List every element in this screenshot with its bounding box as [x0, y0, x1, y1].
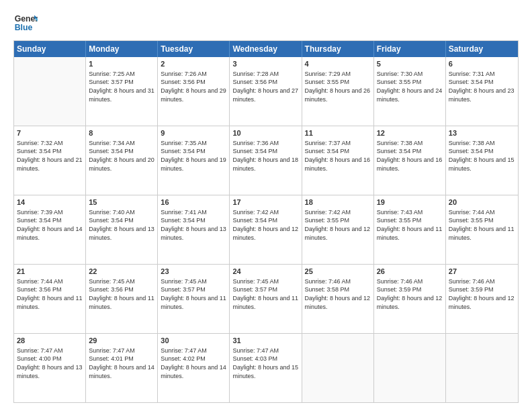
- day-number: 25: [305, 267, 371, 277]
- sunrise-info: Sunrise: 7:34 AMSunset: 3:54 PMDaylight:…: [89, 140, 154, 172]
- sunrise-info: Sunrise: 7:47 AMSunset: 4:01 PMDaylight:…: [89, 347, 154, 379]
- calendar-cell: 31Sunrise: 7:47 AMSunset: 4:03 PMDayligh…: [230, 334, 302, 402]
- calendar-cell: 27Sunrise: 7:46 AMSunset: 3:59 PMDayligh…: [446, 265, 518, 333]
- sunrise-info: Sunrise: 7:41 AMSunset: 3:54 PMDaylight:…: [161, 209, 226, 241]
- day-number: 22: [89, 267, 154, 277]
- day-number: 12: [377, 128, 443, 138]
- sunrise-info: Sunrise: 7:47 AMSunset: 4:00 PMDaylight:…: [17, 347, 83, 379]
- sunrise-info: Sunrise: 7:42 AMSunset: 3:54 PMDaylight:…: [232, 209, 298, 241]
- day-number: 20: [449, 197, 515, 208]
- calendar-cell: 20Sunrise: 7:44 AMSunset: 3:55 PMDayligh…: [446, 195, 518, 264]
- calendar-cell: 14Sunrise: 7:39 AMSunset: 3:54 PMDayligh…: [14, 195, 86, 264]
- sunrise-info: Sunrise: 7:45 AMSunset: 3:56 PMDaylight:…: [89, 278, 154, 310]
- day-number: 7: [17, 128, 83, 138]
- day-number: 10: [232, 128, 298, 138]
- sunrise-info: Sunrise: 7:44 AMSunset: 3:56 PMDaylight:…: [17, 278, 83, 310]
- header-day-friday: Friday: [374, 41, 446, 57]
- day-number: 14: [17, 197, 83, 208]
- sunrise-info: Sunrise: 7:31 AMSunset: 3:54 PMDaylight:…: [449, 71, 515, 103]
- calendar-cell: 28Sunrise: 7:47 AMSunset: 4:00 PMDayligh…: [14, 334, 86, 402]
- calendar-cell: 3Sunrise: 7:28 AMSunset: 3:56 PMDaylight…: [230, 57, 302, 126]
- calendar-cell: 2Sunrise: 7:26 AMSunset: 3:56 PMDaylight…: [158, 57, 230, 126]
- calendar-cell: 29Sunrise: 7:47 AMSunset: 4:01 PMDayligh…: [86, 334, 158, 402]
- calendar-header: SundayMondayTuesdayWednesdayThursdayFrid…: [14, 41, 518, 57]
- sunrise-info: Sunrise: 7:44 AMSunset: 3:55 PMDaylight:…: [449, 209, 515, 241]
- calendar-week-2: 7Sunrise: 7:32 AMSunset: 3:54 PMDaylight…: [14, 126, 518, 195]
- calendar-cell: [302, 334, 374, 402]
- header-day-wednesday: Wednesday: [230, 41, 302, 57]
- calendar-cell: [374, 334, 446, 402]
- sunrise-info: Sunrise: 7:29 AMSunset: 3:55 PMDaylight:…: [305, 71, 371, 103]
- calendar-cell: 13Sunrise: 7:38 AMSunset: 3:54 PMDayligh…: [446, 126, 518, 195]
- sunrise-info: Sunrise: 7:46 AMSunset: 3:59 PMDaylight:…: [377, 278, 443, 310]
- calendar-cell: 22Sunrise: 7:45 AMSunset: 3:56 PMDayligh…: [86, 265, 158, 333]
- calendar-cell: 24Sunrise: 7:45 AMSunset: 3:57 PMDayligh…: [230, 265, 302, 333]
- calendar-cell: 16Sunrise: 7:41 AMSunset: 3:54 PMDayligh…: [158, 195, 230, 264]
- calendar-cell: 21Sunrise: 7:44 AMSunset: 3:56 PMDayligh…: [14, 265, 86, 333]
- sunrise-info: Sunrise: 7:36 AMSunset: 3:54 PMDaylight:…: [232, 140, 298, 172]
- calendar-week-3: 14Sunrise: 7:39 AMSunset: 3:54 PMDayligh…: [14, 195, 518, 265]
- sunrise-info: Sunrise: 7:46 AMSunset: 3:58 PMDaylight:…: [305, 278, 371, 310]
- sunrise-info: Sunrise: 7:25 AMSunset: 3:57 PMDaylight:…: [89, 71, 154, 103]
- day-number: 3: [232, 59, 298, 69]
- page-header: General Blue: [13, 11, 519, 35]
- calendar-cell: 15Sunrise: 7:40 AMSunset: 3:54 PMDayligh…: [86, 195, 158, 264]
- day-number: 21: [17, 267, 83, 277]
- sunrise-info: Sunrise: 7:47 AMSunset: 4:03 PMDaylight:…: [232, 347, 298, 379]
- day-number: 18: [305, 197, 371, 208]
- day-number: 24: [232, 267, 298, 277]
- calendar-body: 1Sunrise: 7:25 AMSunset: 3:57 PMDaylight…: [14, 57, 518, 402]
- calendar-cell: 7Sunrise: 7:32 AMSunset: 3:54 PMDaylight…: [14, 126, 86, 195]
- day-number: 27: [449, 267, 515, 277]
- calendar-cell: 4Sunrise: 7:29 AMSunset: 3:55 PMDaylight…: [302, 57, 374, 126]
- sunrise-info: Sunrise: 7:45 AMSunset: 3:57 PMDaylight:…: [232, 278, 298, 310]
- day-number: 8: [89, 128, 154, 138]
- day-number: 19: [377, 197, 443, 208]
- day-number: 28: [17, 336, 83, 346]
- svg-text:General: General: [15, 14, 38, 24]
- day-number: 1: [89, 59, 154, 69]
- sunrise-info: Sunrise: 7:45 AMSunset: 3:57 PMDaylight:…: [161, 278, 226, 310]
- day-number: 29: [89, 336, 154, 346]
- sunrise-info: Sunrise: 7:47 AMSunset: 4:02 PMDaylight:…: [161, 347, 226, 379]
- day-number: 2: [161, 59, 226, 69]
- day-number: 5: [377, 59, 443, 69]
- calendar-cell: 19Sunrise: 7:43 AMSunset: 3:55 PMDayligh…: [374, 195, 446, 264]
- day-number: 6: [449, 59, 515, 69]
- calendar-cell: 17Sunrise: 7:42 AMSunset: 3:54 PMDayligh…: [230, 195, 302, 264]
- day-number: 13: [449, 128, 515, 138]
- sunrise-info: Sunrise: 7:32 AMSunset: 3:54 PMDaylight:…: [17, 140, 83, 172]
- calendar-cell: 8Sunrise: 7:34 AMSunset: 3:54 PMDaylight…: [86, 126, 158, 195]
- calendar-cell: 12Sunrise: 7:38 AMSunset: 3:54 PMDayligh…: [374, 126, 446, 195]
- header-day-tuesday: Tuesday: [158, 41, 230, 57]
- calendar-cell: 9Sunrise: 7:35 AMSunset: 3:54 PMDaylight…: [158, 126, 230, 195]
- day-number: 16: [161, 197, 226, 208]
- day-number: 31: [232, 336, 298, 346]
- header-day-monday: Monday: [86, 41, 158, 57]
- day-number: 17: [232, 197, 298, 208]
- calendar-cell: [14, 57, 86, 126]
- sunrise-info: Sunrise: 7:26 AMSunset: 3:56 PMDaylight:…: [161, 71, 226, 103]
- sunrise-info: Sunrise: 7:37 AMSunset: 3:54 PMDaylight:…: [305, 140, 371, 172]
- day-number: 11: [305, 128, 371, 138]
- logo-icon: General Blue: [13, 11, 38, 35]
- sunrise-info: Sunrise: 7:40 AMSunset: 3:54 PMDaylight:…: [89, 209, 154, 241]
- sunrise-info: Sunrise: 7:43 AMSunset: 3:55 PMDaylight:…: [377, 209, 443, 241]
- calendar-cell: 5Sunrise: 7:30 AMSunset: 3:55 PMDaylight…: [374, 57, 446, 126]
- calendar-cell: 11Sunrise: 7:37 AMSunset: 3:54 PMDayligh…: [302, 126, 374, 195]
- day-number: 4: [305, 59, 371, 69]
- calendar-week-1: 1Sunrise: 7:25 AMSunset: 3:57 PMDaylight…: [14, 57, 518, 126]
- calendar-cell: 18Sunrise: 7:42 AMSunset: 3:55 PMDayligh…: [302, 195, 374, 264]
- calendar-cell: 25Sunrise: 7:46 AMSunset: 3:58 PMDayligh…: [302, 265, 374, 333]
- calendar-cell: 30Sunrise: 7:47 AMSunset: 4:02 PMDayligh…: [158, 334, 230, 402]
- calendar-page: General Blue SundayMondayTuesdayWednesda…: [0, 0, 532, 411]
- calendar-cell: 10Sunrise: 7:36 AMSunset: 3:54 PMDayligh…: [230, 126, 302, 195]
- sunrise-info: Sunrise: 7:35 AMSunset: 3:54 PMDaylight:…: [161, 140, 226, 172]
- day-number: 9: [161, 128, 226, 138]
- calendar-cell: [446, 334, 518, 402]
- calendar-week-4: 21Sunrise: 7:44 AMSunset: 3:56 PMDayligh…: [14, 265, 518, 334]
- calendar-cell: 6Sunrise: 7:31 AMSunset: 3:54 PMDaylight…: [446, 57, 518, 126]
- svg-text:Blue: Blue: [15, 23, 33, 32]
- day-number: 26: [377, 267, 443, 277]
- sunrise-info: Sunrise: 7:39 AMSunset: 3:54 PMDaylight:…: [17, 209, 83, 241]
